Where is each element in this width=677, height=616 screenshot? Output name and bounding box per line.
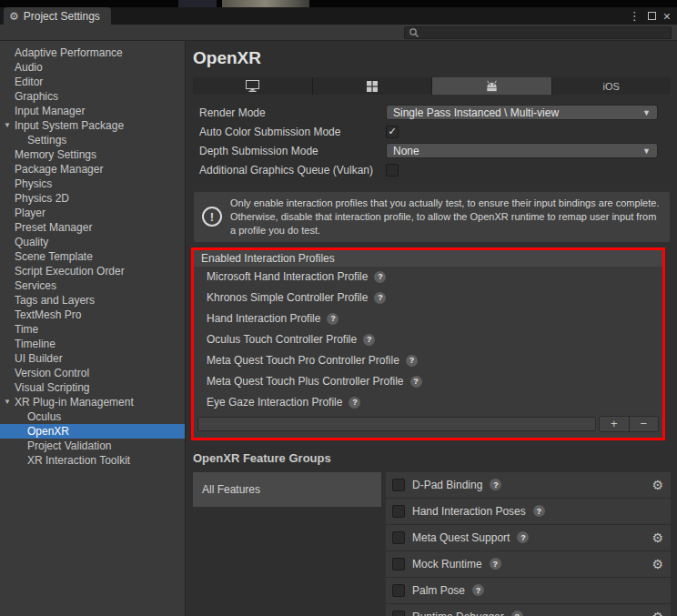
auto-color-checkbox[interactable]: ✓ xyxy=(386,126,399,138)
help-icon[interactable]: ? xyxy=(490,558,501,570)
sidebar-item-label: Input Manager xyxy=(15,105,85,117)
sidebar-item[interactable]: Editor xyxy=(0,75,185,89)
help-icon[interactable]: ? xyxy=(490,479,501,490)
help-icon[interactable]: ? xyxy=(533,505,545,517)
platform-tab-ios[interactable]: iOS xyxy=(552,77,672,95)
help-icon[interactable]: ? xyxy=(406,355,418,367)
remove-profile-button[interactable]: − xyxy=(629,417,659,431)
feature-checkbox[interactable] xyxy=(392,611,405,616)
sidebar-item[interactable]: Package Manager xyxy=(0,162,185,177)
sidebar-item[interactable]: Audio xyxy=(0,60,185,75)
sidebar-item[interactable]: Memory Settings xyxy=(0,147,185,162)
sidebar-item[interactable]: Quality xyxy=(0,235,185,249)
sidebar-item[interactable]: UI Builder xyxy=(0,351,185,366)
platform-tab-uwp[interactable] xyxy=(313,77,433,95)
info-icon: ! xyxy=(202,207,222,227)
sidebar-item[interactable]: ▼ Input System Package xyxy=(0,118,185,133)
help-icon[interactable]: ? xyxy=(517,531,529,543)
sidebar-item[interactable]: Visual Scripting xyxy=(0,380,185,395)
sidebar-item[interactable]: XR Interaction Toolkit xyxy=(0,453,185,468)
feature-label: Palm Pose xyxy=(412,584,465,597)
sidebar-item[interactable]: Version Control xyxy=(0,366,185,380)
feature-settings-gear-icon[interactable]: ⚙ xyxy=(652,531,663,544)
feature-checkbox[interactable] xyxy=(392,531,405,544)
feature-settings-gear-icon[interactable]: ⚙ xyxy=(652,558,663,571)
sidebar-item[interactable]: Graphics xyxy=(0,89,185,104)
sidebar-item[interactable]: ▼ XR Plug-in Management xyxy=(0,395,185,409)
render-mode-value: Single Pass Instanced \ Multi-view xyxy=(393,106,559,119)
help-icon[interactable]: ? xyxy=(410,376,422,388)
feature-row[interactable]: Palm Pose ? xyxy=(386,578,671,604)
feature-label: D-Pad Binding xyxy=(412,479,482,491)
sidebar-item[interactable]: Preset Manager xyxy=(0,220,185,235)
sidebar-item[interactable]: Player xyxy=(0,206,185,220)
tab-project-settings[interactable]: ⚙ Project Settings xyxy=(4,7,111,25)
help-icon[interactable]: ? xyxy=(511,611,523,616)
sidebar-item[interactable]: Settings xyxy=(0,133,185,147)
search-input[interactable] xyxy=(423,27,667,38)
sidebar-item-label: UI Builder xyxy=(15,352,63,365)
depth-submission-dropdown[interactable]: None ▼ xyxy=(386,143,658,158)
foldout-arrow-icon[interactable]: ▼ xyxy=(4,395,11,409)
interaction-profile-row[interactable]: Oculus Touch Controller Profile ? xyxy=(194,329,662,350)
settings-sidebar: Adaptive Performance Audio Editor xyxy=(0,41,186,616)
window-tabbar: ⚙ Project Settings ⋮ × xyxy=(0,7,677,25)
feature-row[interactable]: Hand Interaction Poses ? xyxy=(386,499,671,525)
window-toolbar xyxy=(0,25,677,41)
search-box[interactable] xyxy=(404,26,672,39)
feature-checkbox[interactable] xyxy=(392,584,405,597)
help-icon[interactable]: ? xyxy=(472,584,484,596)
sidebar-item[interactable]: Script Execution Order xyxy=(0,264,185,278)
platform-tab-desktop[interactable] xyxy=(193,77,313,95)
feature-row[interactable]: Runtime Debugger ? ⚙ xyxy=(386,604,671,616)
interaction-profiles-list: Microsoft Hand Interaction Profile ? Khr… xyxy=(194,267,662,413)
sidebar-item[interactable]: Tags and Layers xyxy=(0,293,185,308)
feature-row[interactable]: Mock Runtime ? ⚙ xyxy=(386,551,671,578)
sidebar-item[interactable]: Adaptive Performance xyxy=(0,45,185,60)
sidebar-item[interactable]: Time xyxy=(0,322,185,337)
close-icon[interactable]: × xyxy=(663,10,671,23)
feature-row[interactable]: Meta Quest Support ? ⚙ xyxy=(386,525,671,551)
feature-group-all-features[interactable]: All Features xyxy=(193,472,381,507)
sidebar-item[interactable]: Oculus xyxy=(0,409,185,424)
maximize-icon[interactable] xyxy=(648,12,656,20)
graphics-queue-checkbox[interactable]: ✓ xyxy=(386,164,399,177)
feature-settings-gear-icon[interactable]: ⚙ xyxy=(652,611,663,616)
help-icon[interactable]: ? xyxy=(327,313,338,325)
sidebar-item[interactable]: OpenXR xyxy=(0,424,185,439)
interaction-profile-row[interactable]: Meta Quest Touch Plus Controller Profile… xyxy=(194,371,662,392)
interaction-profile-row[interactable]: Khronos Simple Controller Profile ? xyxy=(194,288,662,308)
interaction-profile-row[interactable]: Microsoft Hand Interaction Profile ? xyxy=(194,267,662,288)
feature-settings-gear-icon[interactable]: ⚙ xyxy=(652,479,663,491)
feature-checkbox[interactable] xyxy=(392,479,405,491)
sidebar-item-label: Adaptive Performance xyxy=(15,46,123,59)
feature-checkbox[interactable] xyxy=(392,558,405,571)
platform-tab-android[interactable] xyxy=(432,77,552,95)
help-icon[interactable]: ? xyxy=(349,397,360,409)
interaction-profile-row[interactable]: Eye Gaze Interaction Profile ? xyxy=(194,392,662,413)
interaction-profile-row[interactable]: Hand Interaction Profile ? xyxy=(194,308,662,329)
add-profile-button[interactable]: + xyxy=(600,417,629,431)
feature-checkbox[interactable] xyxy=(392,505,405,518)
sidebar-item-label: Version Control xyxy=(15,367,89,379)
render-mode-dropdown[interactable]: Single Pass Instanced \ Multi-view ▼ xyxy=(386,105,658,120)
help-icon[interactable]: ? xyxy=(374,292,386,304)
help-icon[interactable]: ? xyxy=(363,334,375,346)
sidebar-item[interactable]: Project Validation xyxy=(0,439,185,453)
window-menu-icon[interactable]: ⋮ xyxy=(629,9,641,23)
foldout-arrow-icon[interactable]: ▼ xyxy=(4,118,11,133)
window-title: Project Settings xyxy=(24,10,100,23)
sidebar-item[interactable]: Physics xyxy=(0,177,185,191)
sidebar-item[interactable]: Physics 2D xyxy=(0,191,185,206)
sidebar-item[interactable]: Timeline xyxy=(0,337,185,351)
sidebar-item[interactable]: Input Manager xyxy=(0,104,185,118)
sidebar-item[interactable]: Services xyxy=(0,278,185,293)
profile-label: Microsoft Hand Interaction Profile xyxy=(207,270,368,283)
sidebar-item[interactable]: TextMesh Pro xyxy=(0,308,185,322)
sidebar-item-label: Tags and Layers xyxy=(15,294,95,307)
sidebar-item[interactable]: Scene Template xyxy=(0,249,185,264)
help-icon[interactable]: ? xyxy=(374,271,386,283)
interaction-profile-row[interactable]: Meta Quest Touch Pro Controller Profile … xyxy=(194,350,662,371)
setting-row-graphics-queue: Additional Graphics Queue (Vulkan) ✓ xyxy=(193,160,671,179)
feature-row[interactable]: D-Pad Binding ? ⚙ xyxy=(386,472,671,499)
